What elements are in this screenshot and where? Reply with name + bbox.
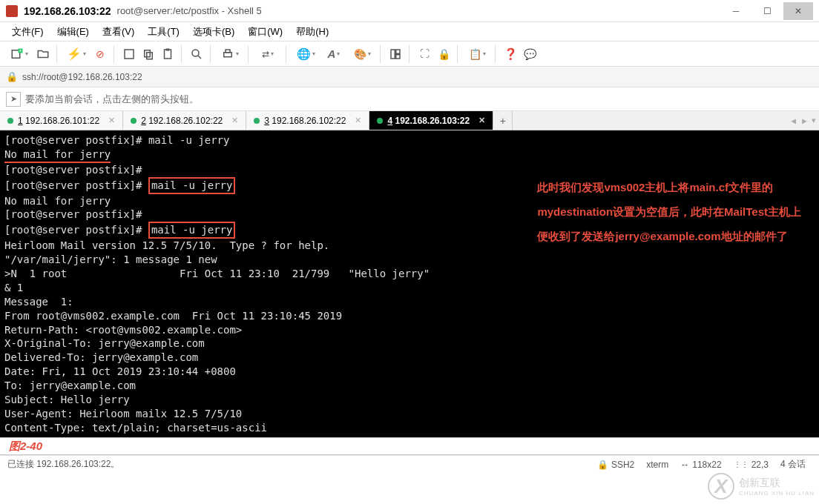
tab-close-icon[interactable]: ✕ xyxy=(108,116,115,125)
tab-strip: 1 192.168.26.101:22 ✕ 2 192.168.26.102:2… xyxy=(0,111,819,130)
highlighted-command: mail -u jerry xyxy=(148,222,236,239)
watermark-logo-icon: X xyxy=(708,473,734,500)
tab-close-icon[interactable]: ✕ xyxy=(355,116,361,125)
app-icon xyxy=(6,5,18,17)
svg-rect-7 xyxy=(166,48,170,50)
add-session-arrow-button[interactable]: ➤ xyxy=(6,92,21,107)
globe-button[interactable]: 🌐▾ xyxy=(292,45,319,63)
hint-bar: ➤ 要添加当前会话，点击左侧的箭头按钮。 xyxy=(0,87,819,111)
status-size: ↔118x22 xyxy=(674,460,727,470)
menu-edit[interactable]: 编辑(E) xyxy=(54,24,92,40)
connection-dot-icon xyxy=(7,118,13,124)
search-button[interactable] xyxy=(188,45,205,63)
svg-rect-12 xyxy=(391,50,395,59)
figure-label: 图2-40 xyxy=(0,437,819,455)
terminal[interactable]: [root@server postfix]# mail -u jerry No … xyxy=(0,130,819,437)
lock-button[interactable]: 🔒 xyxy=(435,45,453,63)
svg-text:+: + xyxy=(19,47,22,53)
connection-dot-icon xyxy=(377,118,383,124)
comment-button[interactable]: 💬 xyxy=(521,45,539,63)
tab-close-icon[interactable]: ✕ xyxy=(231,116,238,125)
svg-rect-10 xyxy=(224,52,232,56)
tab-3[interactable]: 3 192.168.26.102:22 ✕ xyxy=(246,111,369,130)
hint-text: 要添加当前会话，点击左侧的箭头按钮。 xyxy=(25,93,199,106)
tab-prev-icon[interactable]: ◄ xyxy=(789,116,797,125)
tab-nav: ◄ ► ▾ xyxy=(789,111,816,130)
status-bar: 已连接 192.168.26.103:22。 🔒SSH2 xterm ↔118x… xyxy=(0,455,819,473)
status-connection: 已连接 192.168.26.103:22。 xyxy=(7,458,591,471)
menu-tools[interactable]: 工具(T) xyxy=(145,24,182,40)
status-term: xterm xyxy=(640,460,674,470)
window-title: 192.168.26.103:22 xyxy=(24,5,111,17)
help-button[interactable]: ❓ xyxy=(501,45,519,63)
tab-menu-icon[interactable]: ▾ xyxy=(812,116,816,125)
status-cursor: ⋮⋮22,3 xyxy=(728,460,774,470)
annotation-overlay: 此时我们发现vms002主机上将main.cf文件里的 mydestinatio… xyxy=(537,175,801,248)
lock-icon: 🔒 xyxy=(597,460,608,470)
highlight-button[interactable]: 📋▾ xyxy=(464,45,490,63)
fullscreen-button[interactable]: ⛶ xyxy=(415,45,433,63)
tab-close-icon[interactable]: ✕ xyxy=(478,116,485,125)
status-sessions: 4 会话 xyxy=(774,458,812,471)
disconnect-button[interactable]: ⊘ xyxy=(91,45,109,63)
address-bar[interactable]: 🔒 ssh://root@192.168.26.103:22 xyxy=(0,67,819,87)
window-subtitle: root@server:/etc/postfix - Xshell 5 xyxy=(117,5,721,16)
toolbar: + ▾ ⚡▾ ⊘ ▾ ⇄▾ 🌐▾ A▾ 🎨▾ ⛶ 🔒 📋▾ ❓ 💬 xyxy=(0,42,819,67)
print-button[interactable]: ▾ xyxy=(217,45,243,63)
tab-4[interactable]: 4 192.168.26.103:22 ✕ xyxy=(369,111,493,130)
reconnect-button[interactable]: ⚡▾ xyxy=(63,45,90,63)
highlighted-output: No mail for jerry xyxy=(4,147,111,163)
menu-help[interactable]: 帮助(H) xyxy=(293,24,332,40)
menu-view[interactable]: 查看(V) xyxy=(99,24,137,40)
close-button[interactable]: ✕ xyxy=(783,2,813,20)
open-button[interactable] xyxy=(34,45,52,63)
menu-file[interactable]: 文件(F) xyxy=(9,24,47,40)
layout-button[interactable] xyxy=(387,45,404,63)
svg-point-8 xyxy=(192,50,199,56)
properties-button[interactable] xyxy=(120,45,138,63)
color-button[interactable]: 🎨▾ xyxy=(349,45,375,63)
tab-next-icon[interactable]: ► xyxy=(800,116,809,125)
maximize-button[interactable]: ☐ xyxy=(752,2,782,20)
connection-dot-icon xyxy=(131,118,136,124)
menu-tab[interactable]: 选项卡(B) xyxy=(190,24,237,40)
svg-rect-14 xyxy=(396,54,400,58)
menu-bar: 文件(F) 编辑(E) 查看(V) 工具(T) 选项卡(B) 窗口(W) 帮助(… xyxy=(0,22,819,42)
transfer-button[interactable]: ⇄▾ xyxy=(254,45,281,63)
font-button[interactable]: A▾ xyxy=(320,45,347,63)
highlighted-command: mail -u jerry xyxy=(148,177,236,194)
tab-2[interactable]: 2 192.168.26.102:22 ✕ xyxy=(123,111,246,130)
connection-dot-icon xyxy=(254,118,260,124)
svg-rect-6 xyxy=(165,50,171,59)
new-session-button[interactable]: + ▾ xyxy=(6,45,33,63)
paste-button[interactable] xyxy=(159,45,177,63)
svg-line-9 xyxy=(198,56,201,59)
title-bar: 192.168.26.103:22 root@server:/etc/postf… xyxy=(0,0,819,22)
watermark: X 创新互联 CHUANG XIN HU LIAN xyxy=(708,473,815,500)
status-ssh: 🔒SSH2 xyxy=(591,460,640,470)
lock-icon: 🔒 xyxy=(6,71,18,82)
copy-button[interactable] xyxy=(139,45,157,63)
svg-rect-11 xyxy=(226,50,230,53)
minimize-button[interactable]: ─ xyxy=(721,2,751,20)
tab-1[interactable]: 1 192.168.26.101:22 ✕ xyxy=(0,111,123,130)
svg-rect-13 xyxy=(396,50,400,53)
new-tab-button[interactable]: + xyxy=(493,111,513,130)
menu-window[interactable]: 窗口(W) xyxy=(245,24,286,40)
svg-rect-3 xyxy=(125,50,134,59)
window-controls: ─ ☐ ✕ xyxy=(721,2,813,20)
address-url: ssh://root@192.168.26.103:22 xyxy=(22,72,142,82)
